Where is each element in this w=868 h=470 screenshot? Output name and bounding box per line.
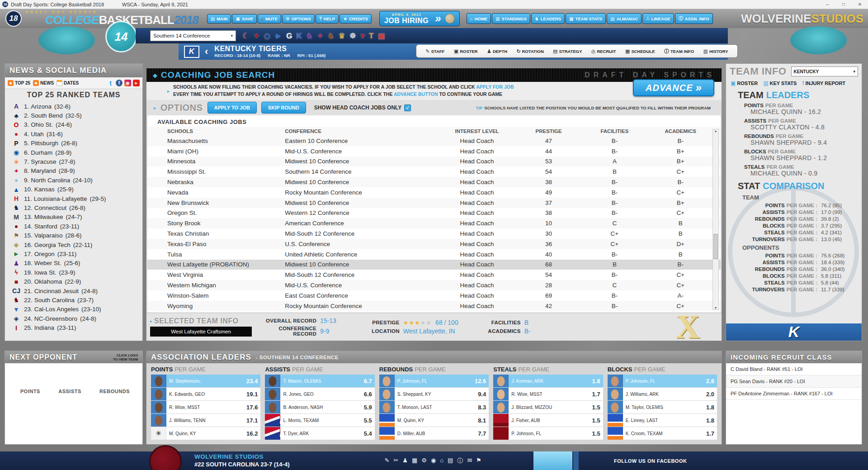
leader-row[interactable]: J. Williams, TENN17.1	[151, 414, 260, 427]
top25-team-row[interactable]: ● 14.Stanford(23-11)	[11, 222, 142, 231]
toolbar-icon[interactable]: ⓘ	[457, 457, 463, 465]
team-logo-icon[interactable]: K	[296, 32, 302, 40]
top25-team-row[interactable]: P 5.Pittsburgh(26-8)	[11, 139, 142, 148]
top25-team-row[interactable]: ⚑ 15.Valparaiso(28-6)	[11, 231, 142, 240]
toolbar-icon[interactable]: ⌂	[440, 457, 443, 465]
nav-button[interactable]: ?HELP	[316, 14, 339, 24]
top25-team-row[interactable]: ✦ 8.Maryland(28-9)	[11, 166, 142, 176]
toolbar-icon[interactable]: ✉	[467, 457, 472, 465]
job-row[interactable]: Minnesota Midwest 10 Conference Head Coa…	[147, 157, 721, 167]
top25-team-row[interactable]: I 25.Indiana(23-11)	[11, 323, 142, 332]
job-row[interactable]: Stony Brook American Conference Head Coa…	[147, 218, 721, 228]
table-scrollbar[interactable]: ▲ ▼	[712, 129, 719, 310]
toolbar-icon[interactable]: ♟	[402, 457, 408, 465]
leader-row[interactable]: J. Blizzard, MIZZOU1.5	[493, 401, 603, 413]
leader-row[interactable]: D. Miller, AUB7.7	[379, 427, 489, 440]
team-logo-icon[interactable]: ☾	[242, 32, 249, 40]
leader-row[interactable]: M. Taylor, OLEMIS1.8	[608, 401, 717, 413]
top25-team-row[interactable]: ■ 20.Oklahoma(22-9)	[11, 277, 142, 286]
top25-team-row[interactable]: ◈ 24.NC-Greensboro(24-8)	[11, 314, 142, 323]
team-nav-item[interactable]: ▦SCHEDULE	[625, 48, 655, 54]
toolbar-icon[interactable]: ✂	[393, 457, 398, 465]
scroll-up-icon[interactable]: ▲	[714, 129, 717, 133]
twitter-icon[interactable]: t	[107, 80, 114, 86]
team-nav-item[interactable]: ✎STAFF	[425, 48, 444, 54]
team-nav-item[interactable]: ◎RECRUIT	[591, 48, 616, 54]
top25-team-row[interactable]: ♞ 22.South Carolina(23-7)	[11, 295, 142, 304]
top25-team-row[interactable]: O 3.Ohio St.(24-6)	[11, 120, 142, 129]
leader-row[interactable]: K. Croom, TEXAM1.7	[608, 427, 717, 440]
head-coach-only-checkbox[interactable]: ✓	[404, 104, 411, 111]
leader-row[interactable]: R. Wise, MSST1.7	[493, 388, 603, 400]
leader-row[interactable]: P. Johnson, FL2.8	[608, 375, 717, 387]
team-logo-icon[interactable]: ✦	[317, 32, 323, 40]
youtube-icon[interactable]: ▶	[133, 80, 140, 86]
team-info-tab[interactable]: !INJURY REPORT	[802, 80, 845, 86]
leader-row[interactable]: L. Morris, TEXAM5.5	[265, 414, 374, 427]
scroll-down-icon[interactable]: ▼	[714, 306, 717, 309]
leader-row[interactable]: M. Quinn, KY8.1	[379, 414, 489, 427]
top25-team-row[interactable]: ▼ 23.Cal-Los Angeles(23-10)	[11, 305, 142, 314]
top25-team-row[interactable]: ◆ 16.Georgia Tech(22-11)	[11, 240, 142, 249]
facebook-icon[interactable]: f	[116, 80, 123, 86]
team-logo-icon[interactable]: ►	[274, 32, 282, 40]
team-logo-icon[interactable]: ♞	[327, 32, 334, 40]
conference-dropdown[interactable]: Southern 14 Conference ▾	[150, 30, 236, 41]
nav-button[interactable]: ▥STANDINGS	[492, 13, 530, 24]
leader-row[interactable]: E. Linney, LAST1.8	[608, 414, 717, 427]
job-row[interactable]: West Virginia Mid-South 12 Conference He…	[147, 270, 721, 280]
apply-to-job-button[interactable]: APPLY TO JOB	[208, 102, 257, 114]
team-info-dropdown[interactable]: KENTUCKY▾	[791, 66, 859, 76]
recruit-row[interactable]: PG Sean Davis - RANK #20 - LOI	[726, 375, 862, 388]
nav-button[interactable]: ⌂HOME	[467, 13, 491, 24]
team-logo-icon[interactable]: ♛	[338, 32, 345, 40]
leader-row[interactable]: K. Edwards, GEO19.1	[151, 388, 260, 400]
top25-team-row[interactable]: ϟ 19.Iowa St.(23-9)	[11, 268, 142, 277]
job-row[interactable]: Mississippi St. Southern 14 Conference H…	[147, 166, 721, 177]
nav-button[interactable]: ★CREDITS	[340, 14, 372, 24]
leader-row[interactable]: R. Jones, GEO6.6	[265, 388, 374, 400]
team-info-tab[interactable]: ▥KEY STATS	[763, 80, 797, 86]
job-row[interactable]: Tulsa United Athletic Conference Head Co…	[147, 249, 721, 260]
instagram-icon[interactable]: ◉	[124, 80, 131, 86]
job-row[interactable]: Miami (OH) Mid-U.S. Conference Head Coac…	[147, 146, 721, 157]
team-nav-item[interactable]: ▥HISTORY	[703, 48, 728, 54]
top25-team-row[interactable]: ● 4.Utah(31-6)	[11, 129, 142, 138]
team-nav-item[interactable]: ▣ROSTER	[454, 48, 478, 54]
team-nav-item[interactable]: ↻ROTATION	[516, 48, 543, 54]
team-logo-icon[interactable]: ☸	[349, 32, 356, 40]
nav-button[interactable]: ⓘASSN. INFO	[675, 13, 713, 24]
tab-top25[interactable]: ◉TOP 25	[8, 80, 30, 86]
leader-row[interactable]: J. Korman, ARK1.8	[493, 375, 603, 387]
top25-team-row[interactable]: H 11.Louisiana-Lafayette(29-5)	[11, 194, 142, 203]
recruit-row[interactable]: PF DeAntoine Zimmerman - RANK #167 - LOI	[726, 388, 862, 400]
team-logo-icon[interactable]: T	[369, 32, 373, 40]
leader-row[interactable]: J. Fisher, AUB1.5	[493, 414, 603, 427]
top25-team-row[interactable]: ✳ 7.Syracuse(27-8)	[11, 157, 142, 166]
nav-button[interactable]: ▦TEAM STATS	[566, 13, 606, 24]
leader-row[interactable]: P. Johnson, FL1.5	[493, 427, 603, 440]
back-chevron-icon[interactable]: ‹	[205, 46, 208, 57]
scrollbar-thumb[interactable]	[713, 234, 718, 259]
toolbar-icon[interactable]: ◉	[431, 457, 436, 465]
leader-row[interactable]: R. Wise, MSST17.6	[151, 401, 260, 413]
team-logo-icon[interactable]: G	[286, 32, 292, 40]
nav-button[interactable]: ⚙OPTIONS	[282, 14, 315, 24]
skip-round-button[interactable]: SKIP ROUND	[261, 102, 306, 114]
top25-team-row[interactable]: CJ 21.Cincinnati Jesuit(24-8)	[11, 286, 142, 295]
window-control-button[interactable]: □	[835, 2, 852, 7]
team-logo-icon[interactable]: ♥	[360, 32, 365, 40]
top25-team-row[interactable]: ♞ 12.Connecticut(26-8)	[11, 203, 142, 212]
job-row[interactable]: Nebraska Midwest 10 Conference Head Coac…	[147, 177, 721, 187]
job-row[interactable]: Massachusetts Eastern 10 Conference Head…	[147, 136, 721, 146]
toolbar-icon[interactable]: ⚑	[476, 457, 481, 465]
job-row[interactable]: New Brunswick Midwest 10 Conference Head…	[147, 198, 721, 208]
leader-row[interactable]: M. Stephenson,23.4	[151, 375, 260, 387]
advance-button-link[interactable]: ADVANCE BUTTON	[394, 91, 438, 97]
leader-row[interactable]: P. Johnson, FL12.6	[379, 375, 489, 387]
job-row[interactable]: West Lafayette (PROBATION) Midwest 10 Co…	[147, 260, 721, 270]
leader-row[interactable]: S. Sheppard, KY9.4	[379, 388, 489, 400]
leader-row[interactable]: T. Dyer, ARK5.4	[265, 427, 374, 440]
nav-button[interactable]: ♪MUTE	[258, 14, 281, 24]
top25-team-row[interactable]: ► 17.Oregon(23-11)	[11, 249, 142, 258]
